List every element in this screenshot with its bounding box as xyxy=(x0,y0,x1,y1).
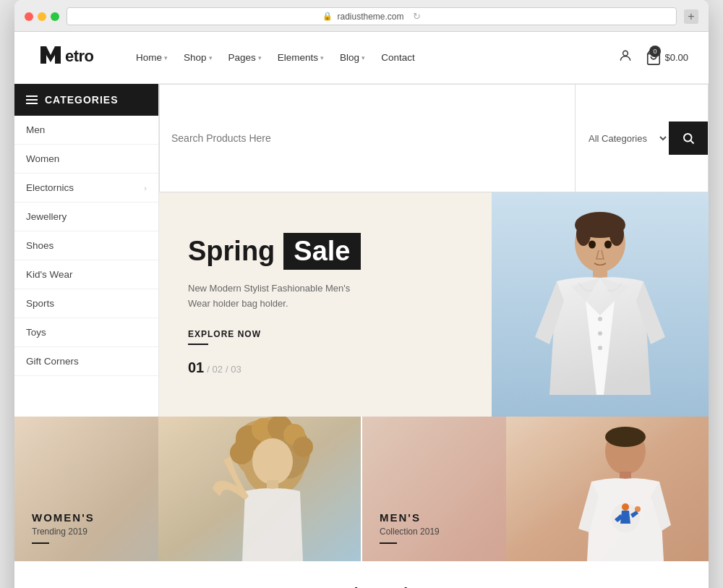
search-icon xyxy=(682,132,695,145)
categories-label: CATEGORIES xyxy=(45,94,119,106)
svg-point-31 xyxy=(605,427,646,447)
minimize-button[interactable] xyxy=(38,12,46,21)
hero-person-svg xyxy=(492,192,709,417)
promo-card-mens[interactable]: MEN'S Collection 2019 xyxy=(362,417,709,561)
search-button[interactable] xyxy=(669,122,708,155)
trendy-title: Our Trendy Products xyxy=(14,584,709,588)
promo-grid: WOMEN'S Trending 2019 xyxy=(14,417,709,561)
header-icons: 0 $0.00 xyxy=(618,48,688,67)
sidebar-item-shoes[interactable]: Shoes xyxy=(14,231,158,260)
svg-line-4 xyxy=(690,140,693,143)
svg-point-1 xyxy=(623,51,628,56)
content-area: All Categories Spring Sale xyxy=(159,84,709,417)
main-nav: Home ▾ Shop ▾ Pages ▾ Elements ▾ Blog xyxy=(136,52,618,63)
mens-image xyxy=(506,417,709,561)
header: etro Home ▾ Shop ▾ Pages ▾ Elements xyxy=(14,32,709,84)
hero-sale-badge: Sale xyxy=(283,233,360,270)
hero-cta-line xyxy=(188,344,208,345)
svg-point-9 xyxy=(576,223,591,246)
reload-icon: ↻ xyxy=(413,11,421,22)
hamburger-line xyxy=(26,103,38,104)
hero-subtitle: New Modern Stylist Fashionable Men's Wea… xyxy=(188,281,369,312)
womens-image xyxy=(158,417,361,561)
sidebar-item-men[interactable]: Men xyxy=(14,116,158,145)
svg-point-15 xyxy=(589,241,596,249)
hamburger-icon xyxy=(26,95,38,104)
main-layout: CATEGORIES Men Women Electornics › Jewel… xyxy=(14,84,709,417)
nav-elements[interactable]: Elements ▾ xyxy=(278,52,324,63)
mens-text: MEN'S Collection 2019 xyxy=(380,511,440,544)
mens-line xyxy=(380,542,397,544)
svg-point-12 xyxy=(598,317,602,321)
svg-point-27 xyxy=(252,438,293,485)
address-bar[interactable]: 🔒 radiustheme.com ↻ xyxy=(67,7,677,25)
maximize-button[interactable] xyxy=(51,12,59,21)
browser-window: 🔒 radiustheme.com ↻ + etro Home ▾ xyxy=(14,0,709,588)
traffic-lights xyxy=(25,12,59,21)
mens-label: MEN'S xyxy=(380,511,440,524)
sidebar-header: CATEGORIES xyxy=(14,84,158,116)
chevron-down-icon: ▾ xyxy=(258,54,262,61)
svg-point-3 xyxy=(684,134,692,142)
page-content: etro Home ▾ Shop ▾ Pages ▾ Elements xyxy=(14,32,709,588)
hero-image xyxy=(492,192,709,417)
promo-card-womens[interactable]: WOMEN'S Trending 2019 xyxy=(14,417,362,561)
womens-text: WOMEN'S Trending 2019 xyxy=(32,511,95,544)
chevron-down-icon: ▾ xyxy=(362,54,365,61)
svg-point-16 xyxy=(604,241,612,249)
hero-counter: 01 / 02 / 03 xyxy=(188,359,463,376)
sidebar-item-toys[interactable]: Toys xyxy=(14,318,158,347)
close-button[interactable] xyxy=(25,12,33,21)
hamburger-line xyxy=(26,99,38,101)
logo-svg: etro xyxy=(35,42,114,68)
url-text: radiustheme.com xyxy=(337,12,403,22)
cart-badge: 0 xyxy=(649,46,661,57)
womens-line xyxy=(32,542,49,544)
chevron-down-icon: ▾ xyxy=(320,54,324,61)
womens-sublabel: Trending 2019 xyxy=(32,527,95,537)
search-bar: All Categories xyxy=(159,84,709,192)
hero-title: Spring Sale xyxy=(188,233,463,270)
svg-point-25 xyxy=(293,437,313,457)
nav-blog[interactable]: Blog ▾ xyxy=(340,52,365,63)
svg-point-13 xyxy=(598,331,602,336)
sidebar: CATEGORIES Men Women Electornics › Jewel… xyxy=(14,84,159,417)
hero-banner: Spring Sale New Modern Stylist Fashionab… xyxy=(159,192,709,417)
lock-icon: 🔒 xyxy=(322,12,333,21)
nav-shop[interactable]: Shop ▾ xyxy=(184,52,213,63)
svg-point-14 xyxy=(598,346,602,350)
chevron-down-icon: ▾ xyxy=(209,54,213,61)
hamburger-line xyxy=(26,95,38,97)
trendy-section: Our Trendy Products xyxy=(14,561,709,588)
cart-wrapper[interactable]: 0 $0.00 xyxy=(646,50,688,66)
browser-chrome: 🔒 radiustheme.com ↻ + xyxy=(14,0,709,32)
search-input[interactable] xyxy=(171,132,563,144)
hero-cta-button[interactable]: EXPLORE NOW xyxy=(188,329,463,339)
sidebar-item-gift-corners[interactable]: Gift Corners xyxy=(14,347,158,376)
sidebar-item-electronics[interactable]: Electornics › xyxy=(14,174,158,203)
chevron-down-icon: ▾ xyxy=(164,54,168,61)
svg-point-10 xyxy=(609,223,624,246)
hero-content: Spring Sale New Modern Stylist Fashionab… xyxy=(159,192,492,417)
counter-current: 01 xyxy=(188,359,204,376)
nav-contact[interactable]: Contact xyxy=(381,52,415,63)
svg-text:etro: etro xyxy=(65,47,94,65)
svg-point-34 xyxy=(622,503,629,511)
counter-sep1: / 02 xyxy=(207,364,223,375)
sidebar-item-women[interactable]: Women xyxy=(14,145,158,174)
sidebar-item-kids-wear[interactable]: Kid's Wear xyxy=(14,260,158,289)
nav-home[interactable]: Home ▾ xyxy=(136,52,168,63)
sidebar-item-jewellery[interactable]: Jewellery xyxy=(14,203,158,231)
cart-price: $0.00 xyxy=(664,52,688,63)
nav-pages[interactable]: Pages ▾ xyxy=(228,52,262,63)
category-select[interactable]: All Categories xyxy=(575,85,669,192)
svg-point-35 xyxy=(635,506,641,512)
counter-sep2: / 03 xyxy=(226,364,241,375)
womens-label: WOMEN'S xyxy=(32,511,95,524)
logo[interactable]: etro xyxy=(35,42,114,73)
chevron-right-icon: › xyxy=(144,184,147,192)
new-tab-button[interactable]: + xyxy=(684,9,698,24)
mens-sublabel: Collection 2019 xyxy=(380,527,440,537)
user-icon[interactable] xyxy=(618,48,633,67)
sidebar-item-sports[interactable]: Sports xyxy=(14,289,158,318)
